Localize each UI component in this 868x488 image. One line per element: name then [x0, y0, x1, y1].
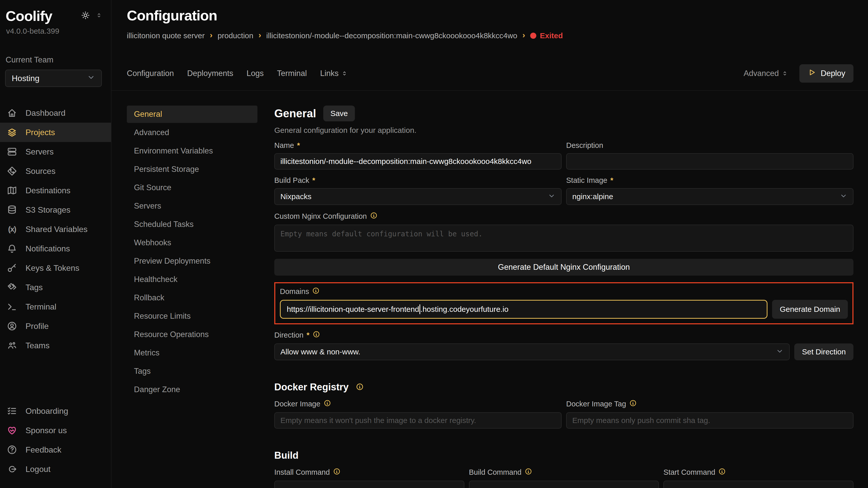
docker-image-tag-label: Docker Image Tag — [566, 400, 626, 408]
sidebar-item-label: Dashboard — [26, 108, 66, 118]
chevron-down-icon — [548, 192, 555, 201]
name-input[interactable] — [274, 153, 562, 169]
config-nav-environment-variables[interactable]: Environment Variables — [127, 142, 257, 160]
set-direction-button[interactable]: Set Direction — [794, 344, 854, 360]
breadcrumb-application[interactable]: illicitestonion/-module--decomposition:m… — [267, 31, 518, 40]
user-circle-icon — [7, 321, 17, 331]
sidebar-item-label: Sponsor us — [26, 426, 67, 435]
sidebar-item-logout[interactable]: Logout — [0, 459, 111, 479]
info-icon — [313, 330, 320, 340]
sidebar-item-dashboard[interactable]: Dashboard — [0, 103, 111, 123]
static-image-select[interactable]: nginx:alpine — [566, 188, 854, 205]
advanced-selector[interactable]: Advanced — [744, 69, 788, 78]
config-nav-scheduled-tasks[interactable]: Scheduled Tasks — [127, 216, 257, 233]
terminal-icon — [7, 301, 17, 312]
description-input[interactable] — [566, 153, 854, 169]
sidebar-item-terminal[interactable]: Terminal — [0, 297, 111, 317]
app-logo: Coolify — [6, 8, 52, 24]
config-nav-servers[interactable]: Servers — [127, 197, 257, 215]
page-title: Configuration — [127, 7, 854, 24]
checklist-icon — [7, 405, 17, 416]
sidebar-item-label: Projects — [26, 128, 55, 137]
description-label: Description — [566, 141, 603, 150]
breadcrumb-separator: › — [210, 30, 213, 40]
config-nav-rollback[interactable]: Rollback — [127, 289, 257, 306]
save-button[interactable]: Save — [323, 105, 355, 121]
tab-configuration[interactable]: Configuration — [127, 69, 174, 78]
advanced-label: Advanced — [744, 69, 779, 78]
build-command-label: Build Command — [469, 468, 522, 477]
build-pack-select[interactable]: Nixpacks — [274, 188, 562, 205]
docker-image-tag-input[interactable] — [566, 412, 854, 429]
breadcrumb-environment[interactable]: production — [218, 31, 253, 40]
custom-nginx-textarea[interactable] — [274, 225, 854, 252]
main: Configuration illicitonion quote server … — [112, 0, 868, 488]
config-nav-metrics[interactable]: Metrics — [127, 344, 257, 362]
direction-value: Allow www & non-www. — [280, 348, 360, 356]
app-version: v4.0.0-beta.399 — [0, 27, 111, 35]
sidebar-item-feedback[interactable]: Feedback — [0, 440, 111, 459]
sidebar-item-label: Destinations — [26, 186, 70, 195]
sidebar-item-projects[interactable]: Projects — [0, 123, 111, 142]
theme-toggle-sun-icon[interactable] — [81, 11, 90, 21]
tags-icon — [7, 282, 17, 293]
config-nav-tags[interactable]: Tags — [127, 363, 257, 380]
sidebar-item-shared-variables[interactable]: (x) Shared Variables — [0, 220, 111, 239]
start-command-input[interactable] — [663, 481, 854, 488]
team-select[interactable]: Hosting — [5, 70, 102, 87]
tab-terminal[interactable]: Terminal — [277, 69, 307, 78]
info-icon — [323, 399, 331, 409]
logout-icon — [7, 464, 17, 475]
deploy-label: Deploy — [821, 69, 845, 78]
sidebar-item-label: Tags — [26, 283, 43, 292]
sidebar-item-s3-storages[interactable]: S3 Storages — [0, 200, 111, 220]
config-nav-resource-limits[interactable]: Resource Limits — [127, 307, 257, 325]
sidebar-item-teams[interactable]: Teams — [0, 336, 111, 355]
sidebar-item-servers[interactable]: Servers — [0, 142, 111, 161]
config-nav-resource-operations[interactable]: Resource Operations — [127, 326, 257, 343]
sidebar-item-label: Servers — [26, 147, 54, 157]
sidebar-item-label: Teams — [26, 341, 50, 350]
sidebar-item-sources[interactable]: Sources — [0, 161, 111, 181]
tab-links[interactable]: Links — [320, 69, 348, 78]
config-nav-healthcheck[interactable]: Healthcheck — [127, 271, 257, 288]
section-title-build: Build — [274, 450, 299, 461]
generate-domain-button[interactable]: Generate Domain — [772, 300, 848, 319]
sidebar-item-keys-tokens[interactable]: Keys & Tokens — [0, 258, 111, 278]
key-icon — [7, 263, 17, 273]
domains-input[interactable]: https://illicitonion-quote-server-fronte… — [280, 300, 768, 319]
deploy-button[interactable]: Deploy — [799, 64, 854, 83]
docker-image-input[interactable] — [274, 412, 562, 429]
required-marker: * — [306, 331, 309, 339]
sidebar-item-label: Sources — [26, 166, 55, 176]
install-command-input[interactable] — [274, 481, 464, 488]
generate-nginx-button[interactable]: Generate Default Nginx Configuration — [274, 259, 854, 275]
sidebar-item-profile[interactable]: Profile — [0, 317, 111, 336]
sidebar-item-sponsor[interactable]: Sponsor us — [0, 421, 111, 440]
sidebar-item-destinations[interactable]: Destinations — [0, 181, 111, 200]
theme-select-chevrons-icon[interactable] — [96, 12, 102, 20]
info-icon — [718, 467, 726, 477]
sidebar-footer: Onboarding Sponsor us Feedback Logout — [0, 401, 111, 479]
tab-logs[interactable]: Logs — [246, 69, 264, 78]
breadcrumb: illicitonion quote server › production ›… — [127, 31, 854, 40]
breadcrumb-separator: › — [258, 30, 261, 40]
config-nav-webhooks[interactable]: Webhooks — [127, 234, 257, 251]
config-nav-preview-deployments[interactable]: Preview Deployments — [127, 252, 257, 270]
sidebar-item-tags[interactable]: Tags — [0, 278, 111, 297]
tab-deployments[interactable]: Deployments — [187, 69, 233, 78]
sidebar-item-onboarding[interactable]: Onboarding — [0, 401, 111, 421]
config-nav-general[interactable]: General — [127, 105, 257, 123]
required-marker: * — [297, 141, 300, 150]
sidebar-item-label: S3 Storages — [26, 205, 70, 215]
direction-select[interactable]: Allow www & non-www. — [274, 344, 790, 360]
sidebar-item-notifications[interactable]: Notifications — [0, 239, 111, 258]
build-command-input[interactable] — [469, 481, 659, 488]
config-nav-advanced[interactable]: Advanced — [127, 124, 257, 141]
breadcrumb-project[interactable]: illicitonion quote server — [127, 31, 205, 40]
team-select-value: Hosting — [12, 74, 39, 83]
config-nav-persistent-storage[interactable]: Persistent Storage — [127, 161, 257, 178]
parentheses-x-icon: (x) — [7, 224, 17, 234]
config-nav-danger-zone[interactable]: Danger Zone — [127, 381, 257, 398]
config-nav-git-source[interactable]: Git Source — [127, 179, 257, 196]
